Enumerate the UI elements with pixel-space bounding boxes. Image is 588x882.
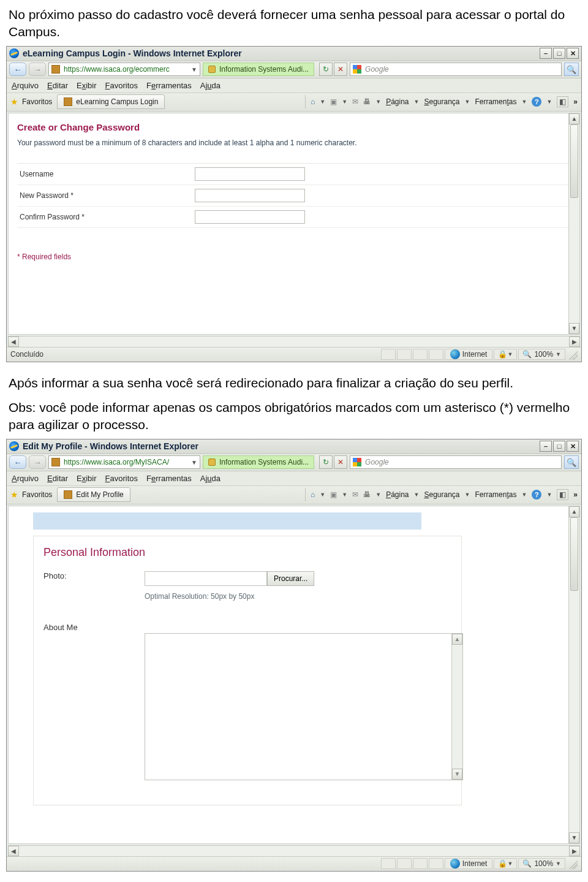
scroll-thumb[interactable] (570, 124, 578, 198)
titlebar: Edit My Profile - Windows Internet Explo… (7, 439, 581, 454)
photo-file-input[interactable] (145, 571, 267, 586)
textarea-scrollbar[interactable]: ▲ ▼ (451, 634, 462, 780)
menu-ferramentas[interactable]: Ferramentas (146, 81, 192, 90)
search-go-button[interactable]: 🔍 (564, 63, 579, 76)
help-icon[interactable]: ? (532, 490, 541, 500)
menu-ferramentas[interactable]: Ferramentas (146, 474, 192, 483)
minimize-button[interactable]: – (540, 441, 552, 452)
menu-seguranca[interactable]: Segurança (424, 490, 459, 499)
security-badge[interactable]: Information Systems Audi... (203, 63, 314, 76)
about-me-label: About Me (43, 623, 145, 632)
menu-ferramentas2[interactable]: Ferramentas (475, 97, 516, 106)
forward-button[interactable]: → (29, 455, 46, 469)
feeds-icon[interactable]: ▣ (330, 490, 337, 499)
scroll-up-icon[interactable]: ▲ (569, 113, 579, 124)
menu-ajuda[interactable]: Ajuda (200, 81, 221, 90)
protected-mode-icon[interactable]: 🔒▼ (494, 858, 517, 869)
search-box[interactable]: Google (350, 455, 562, 469)
overflow-chevron-icon[interactable]: » (573, 490, 578, 499)
close-button[interactable]: ✕ (567, 48, 579, 59)
menu-seguranca[interactable]: Segurança (424, 97, 459, 106)
protected-mode-icon[interactable]: 🔒▼ (494, 349, 517, 360)
stop-button[interactable]: ✕ (334, 455, 347, 469)
favorites-label[interactable]: Favoritos (22, 490, 52, 499)
home-icon[interactable]: ⌂ (311, 97, 315, 106)
refresh-button[interactable]: ↻ (319, 455, 333, 469)
menu-editar[interactable]: Editar (47, 81, 68, 90)
ie-logo-icon (9, 48, 19, 58)
vertical-scrollbar[interactable]: ▲ ▼ (568, 506, 579, 843)
confirm-password-input[interactable] (195, 210, 305, 224)
maximize-button[interactable]: □ (553, 48, 565, 59)
zoom-control[interactable]: 🔍 100% ▼ (518, 349, 565, 360)
favorites-label[interactable]: Favoritos (22, 97, 52, 106)
address-bar[interactable]: https://www.isaca.org/ecommerc ▼ (48, 63, 200, 76)
menu-ferramentas2[interactable]: Ferramentas (475, 490, 516, 499)
menu-pagina[interactable]: Página (386, 97, 409, 106)
scroll-up-icon[interactable]: ▲ (569, 506, 579, 517)
scroll-down-icon[interactable]: ▼ (452, 769, 462, 780)
print-icon[interactable]: 🖶 (363, 97, 371, 106)
scroll-right-icon[interactable]: ▶ (569, 846, 580, 856)
address-bar[interactable]: https://www.isaca.org/MyISACA/ ▼ (48, 455, 200, 469)
help-icon[interactable]: ? (532, 97, 541, 107)
forward-button[interactable]: → (29, 63, 46, 76)
print-icon[interactable]: 🖶 (363, 490, 371, 499)
about-me-textarea[interactable]: ▲ ▼ (145, 633, 463, 780)
menu-exibir[interactable]: Exibir (77, 474, 97, 483)
address-dropdown-icon[interactable]: ▼ (191, 66, 197, 73)
menu-editar[interactable]: Editar (47, 474, 68, 483)
resize-grip-icon[interactable] (567, 349, 578, 360)
devtools-icon[interactable]: ◧ (557, 96, 568, 107)
new-password-input[interactable] (195, 189, 305, 202)
security-badge[interactable]: Information Systems Audi... (203, 455, 314, 469)
mail-icon[interactable]: ✉ (352, 97, 358, 106)
scroll-left-icon[interactable]: ◀ (8, 846, 19, 856)
scroll-up-icon[interactable]: ▲ (452, 634, 462, 645)
browser-tab[interactable]: eLearning Campus Login (57, 94, 165, 109)
username-input[interactable] (195, 167, 305, 181)
search-go-button[interactable]: 🔍 (564, 455, 579, 469)
browser-tab[interactable]: Edit My Profile (57, 487, 130, 502)
menu-ajuda[interactable]: Ajuda (200, 474, 221, 483)
scroll-right-icon[interactable]: ▶ (569, 336, 580, 347)
scroll-thumb[interactable] (570, 517, 578, 591)
scroll-left-icon[interactable]: ◀ (8, 336, 19, 347)
menu-favoritos[interactable]: Favoritos (105, 81, 138, 90)
devtools-icon[interactable]: ◧ (557, 489, 568, 500)
refresh-button[interactable]: ↻ (319, 63, 333, 76)
feeds-icon[interactable]: ▣ (330, 97, 337, 106)
menu-pagina[interactable]: Página (386, 490, 409, 499)
back-button[interactable]: ← (9, 63, 26, 76)
menu-exibir[interactable]: Exibir (77, 81, 97, 90)
scroll-down-icon[interactable]: ▼ (569, 832, 579, 843)
close-button[interactable]: ✕ (567, 441, 579, 452)
vertical-scrollbar[interactable]: ▲ ▼ (568, 113, 579, 334)
ie-window-2: Edit My Profile - Windows Internet Explo… (6, 439, 582, 872)
status-cell (413, 349, 428, 360)
minimize-button[interactable]: – (540, 48, 552, 59)
menu-favoritos[interactable]: Favoritos (105, 474, 138, 483)
home-icon[interactable]: ⌂ (311, 490, 315, 499)
horizontal-scrollbar[interactable]: ◀ ▶ (8, 336, 580, 347)
maximize-button[interactable]: □ (553, 441, 565, 452)
lock-icon (208, 66, 216, 73)
horizontal-scrollbar[interactable]: ◀ ▶ (8, 845, 580, 856)
stop-button[interactable]: ✕ (334, 63, 347, 76)
zoom-control[interactable]: 🔍 100% ▼ (518, 858, 565, 869)
star-icon[interactable]: ★ (10, 490, 18, 500)
menu-arquivo[interactable]: Arquivo (12, 474, 39, 483)
mail-icon[interactable]: ✉ (352, 490, 358, 499)
star-icon[interactable]: ★ (10, 97, 18, 107)
back-button[interactable]: ← (9, 455, 26, 469)
resize-grip-icon[interactable] (567, 858, 578, 869)
overflow-chevron-icon[interactable]: » (573, 97, 578, 106)
browse-button[interactable]: Procurar... (267, 571, 314, 586)
search-box[interactable]: Google (350, 63, 562, 76)
tab-title: eLearning Campus Login (76, 97, 158, 106)
scroll-down-icon[interactable]: ▼ (569, 323, 579, 334)
header-banner (33, 512, 421, 530)
menu-arquivo[interactable]: Arquivo (12, 81, 39, 90)
page-description: Your password must be a minimum of 8 cha… (17, 139, 571, 147)
address-dropdown-icon[interactable]: ▼ (191, 459, 197, 466)
